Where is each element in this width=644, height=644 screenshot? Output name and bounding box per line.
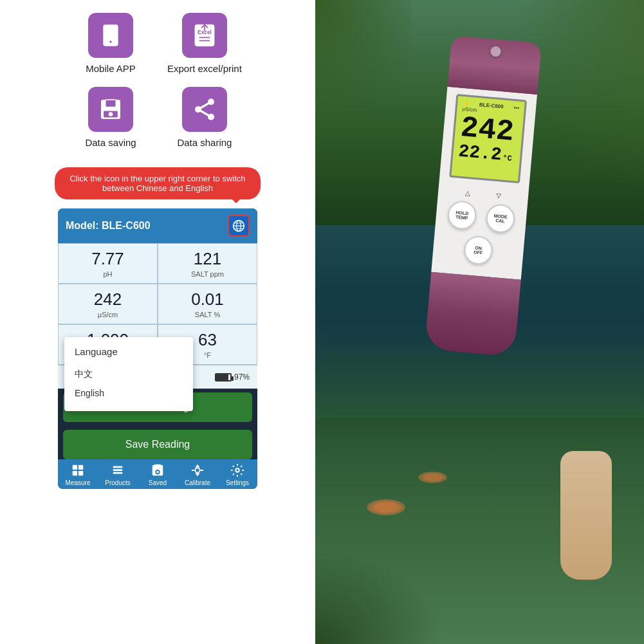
garden-background: ⚡ BLE-C600 ▪▪▪ μS/cm 242 22.2°C △ ▽ <box>315 0 644 644</box>
conductivity-value: 242 <box>65 290 151 309</box>
data-sharing-icon-box <box>182 87 227 132</box>
foliage-bottom-left <box>315 547 444 644</box>
mode-cal-button: MODE CAL <box>485 203 516 234</box>
svg-point-33 <box>195 468 199 472</box>
products-icon <box>111 463 125 477</box>
salt-ppm-value: 121 <box>165 249 250 269</box>
mobile-app-label: Mobile APP <box>86 63 136 74</box>
nav-settings-label: Settings <box>226 479 249 486</box>
feature-export-excel: Excel Export excel/print <box>167 13 242 74</box>
settings-icon <box>230 463 244 477</box>
svg-point-2 <box>109 41 111 42</box>
fish-1 <box>367 499 405 515</box>
battery-fill <box>216 374 228 380</box>
language-dropdown-title: Language <box>75 346 183 357</box>
salt-percent-reading-cell: 0.01 SALT % <box>158 284 257 324</box>
data-saving-icon-box <box>88 87 133 132</box>
battery-body <box>215 373 232 382</box>
salt-percent-unit: SALT % <box>165 311 250 318</box>
right-panel: ⚡ BLE-C600 ▪▪▪ μS/cm 242 22.2°C △ ▽ <box>315 0 644 644</box>
salt-ppm-reading-cell: 121 SALT ppm <box>158 243 257 284</box>
ph-reading-cell: 7.77 pH <box>58 243 158 284</box>
nav-measure-label: Measure <box>66 479 91 486</box>
export-excel-label: Export excel/print <box>167 63 242 74</box>
share-icon <box>192 97 217 122</box>
app-header: Model: BLE-C600 <box>58 208 257 243</box>
svg-line-16 <box>198 102 211 109</box>
svg-point-12 <box>109 112 113 116</box>
on-off-button: ON OFF <box>463 235 493 266</box>
globe-icon <box>232 219 245 232</box>
app-model-label: Model: BLE-C600 <box>66 220 151 232</box>
saved-icon <box>151 463 165 477</box>
nav-item-products[interactable]: Products <box>98 463 138 486</box>
salt-percent-value: 0.01 <box>165 290 250 309</box>
save-reading-button[interactable]: Save Reading <box>63 430 252 459</box>
svg-rect-29 <box>113 472 123 474</box>
meter-top-cap <box>447 35 541 95</box>
svg-point-36 <box>235 468 239 472</box>
on-off-button-row: ON OFF <box>463 235 493 266</box>
svg-rect-24 <box>78 465 83 470</box>
hold-temp-button: HOLD TEMP <box>446 200 477 231</box>
tooltip-text: Click the icon in the upper right corner… <box>69 174 245 193</box>
meter-screen: ⚡ BLE-C600 ▪▪▪ μS/cm 242 22.2°C <box>449 94 527 183</box>
svg-rect-28 <box>113 469 123 471</box>
hand-shape <box>560 451 612 580</box>
svg-rect-23 <box>73 465 77 470</box>
svg-rect-25 <box>73 471 77 475</box>
conductivity-reading-cell: 242 μS/cm <box>58 284 158 324</box>
measure-icon <box>71 463 85 477</box>
bottom-nav: Measure Products Saved <box>58 459 257 489</box>
salt-ppm-unit: SALT ppm <box>165 270 250 278</box>
nav-saved-label: Saved <box>149 479 167 486</box>
language-option-chinese[interactable]: 中文 <box>75 365 183 384</box>
hand-area <box>554 451 618 612</box>
nav-item-measure[interactable]: Measure <box>58 463 98 486</box>
svg-rect-10 <box>106 100 116 107</box>
calibrate-icon <box>190 463 205 477</box>
tooltip-bubble: Click the icon in the upper right corner… <box>55 167 261 199</box>
svg-line-17 <box>198 109 211 117</box>
left-panel: Mobile APP Excel Export excel/print <box>0 0 315 644</box>
ph-value: 7.77 <box>65 249 151 269</box>
language-dropdown: Language 中文 English <box>64 337 193 411</box>
feature-data-sharing: Data sharing <box>167 87 242 148</box>
data-sharing-label: Data sharing <box>177 137 232 148</box>
nav-products-label: Products <box>105 479 130 486</box>
excel-icon: Excel <box>192 23 217 48</box>
mobile-icon <box>98 23 124 48</box>
conductivity-unit: μS/cm <box>65 311 151 318</box>
svg-rect-27 <box>113 466 123 468</box>
app-screen: Model: BLE-C600 7.77 pH 121 SALT <box>58 208 257 489</box>
meter-body: ⚡ BLE-C600 ▪▪▪ μS/cm 242 22.2°C △ ▽ <box>431 87 537 280</box>
battery-percent: 97% <box>234 373 250 382</box>
mobile-app-icon-box <box>88 13 133 58</box>
language-option-english[interactable]: English <box>75 384 183 402</box>
svg-rect-26 <box>78 471 83 475</box>
meter-buttons-area: △ ▽ HOLD TEMP MODE CAL <box>438 182 522 273</box>
features-grid: Mobile APP Excel Export excel/print <box>73 13 242 148</box>
ph-unit: pH <box>65 270 151 278</box>
up-arrow: △ <box>465 189 470 197</box>
nav-calibrate-label: Calibrate <box>185 479 210 486</box>
svg-rect-0 <box>103 24 118 46</box>
save-icon <box>98 97 124 122</box>
fish-2 <box>418 472 447 483</box>
nav-item-calibrate[interactable]: Calibrate <box>178 463 217 486</box>
foliage-left <box>315 0 412 129</box>
data-saving-label: Data saving <box>85 137 136 148</box>
feature-data-saving: Data saving <box>73 87 148 148</box>
nav-item-saved[interactable]: Saved <box>138 463 178 486</box>
export-excel-icon-box: Excel <box>182 13 227 58</box>
feature-mobile-app: Mobile APP <box>73 13 148 74</box>
nav-item-settings[interactable]: Settings <box>217 463 257 486</box>
language-icon-button[interactable] <box>228 215 250 237</box>
arrow-buttons-row: △ ▽ <box>465 189 501 199</box>
meter-device: ⚡ BLE-C600 ▪▪▪ μS/cm 242 22.2°C △ ▽ <box>418 35 542 428</box>
down-arrow: ▽ <box>495 192 501 199</box>
meter-main-buttons-row: HOLD TEMP MODE CAL <box>446 200 515 234</box>
meter-bottom-cap <box>424 272 520 357</box>
battery-indicator: 97% <box>215 373 250 382</box>
